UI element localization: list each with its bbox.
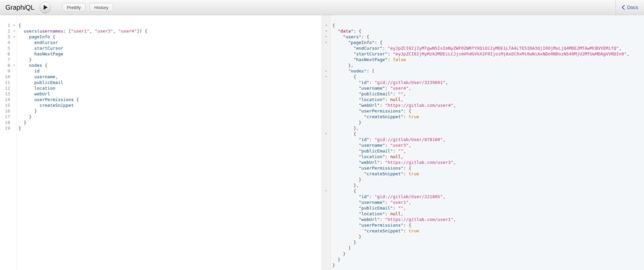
code-token: "user1": [390, 200, 409, 205]
code-token: },: [348, 63, 354, 68]
fold-gutter-cell: [322, 171, 330, 177]
code-text: webUrl: [17, 91, 50, 97]
result-line: "webUrl": "https://gitlab.com/user1",: [322, 217, 644, 222]
code-text: hasNextPage: [17, 51, 63, 57]
code-line[interactable]: 7 }: [0, 57, 322, 62]
code-token: [332, 228, 364, 233]
code-token: true: [409, 114, 419, 119]
code-token: [396, 206, 398, 211]
fold-arrow-icon[interactable]: ▾: [322, 74, 330, 80]
code-token: :: [380, 103, 382, 108]
code-token: usernames: [40, 29, 63, 34]
code-line[interactable]: 15 createSnippet: [0, 102, 322, 108]
result-line: ▾ {: [322, 188, 644, 194]
fold-gutter-cell: [322, 142, 330, 148]
prettify-button[interactable]: Prettify: [62, 3, 86, 12]
code-token: [332, 120, 359, 125]
code-text: location: [17, 85, 55, 91]
code-token: [: [68, 29, 71, 34]
code-line[interactable]: 3▾ pageInfo {: [0, 34, 322, 40]
fold-arrow-icon[interactable]: ▾: [11, 62, 17, 68]
code-token: [396, 91, 398, 96]
code-token: "https://gitlab.com/user3": [385, 160, 454, 165]
code-token: [332, 171, 364, 176]
code-token: [382, 217, 385, 222]
line-number: 16: [0, 108, 11, 114]
code-text: }: [330, 257, 340, 262]
line-number: 10: [0, 74, 11, 80]
fold-arrow-icon[interactable]: ▾: [322, 28, 330, 34]
result-line: }: [322, 257, 644, 262]
code-text: "publicEmail": "",: [330, 91, 406, 97]
code-text: }: [330, 239, 356, 245]
code-token: "id": [359, 194, 369, 199]
code-text: }: [17, 125, 21, 131]
code-token: createSnippet: [40, 103, 74, 108]
code-text: {: [330, 22, 335, 28]
code-text: }: [330, 251, 346, 257]
code-line[interactable]: 6 hasNextPage: [0, 51, 322, 57]
fold-arrow-icon[interactable]: ▾: [322, 22, 330, 28]
code-token: {: [354, 131, 356, 136]
fold-gutter-cell: [322, 125, 330, 131]
fold-gutter-cell: [322, 182, 330, 188]
result-line: },: [322, 62, 644, 68]
fold-arrow-icon[interactable]: ▾: [322, 68, 330, 74]
code-token: pageInfo: [29, 34, 50, 39]
query-code-area[interactable]: 1▾{2▾ users(usernames: ["user1", "user3"…: [0, 15, 322, 131]
docs-button[interactable]: Docs: [615, 0, 644, 15]
code-line[interactable]: 16 }: [0, 108, 322, 114]
fold-arrow-icon[interactable]: ▾: [11, 34, 17, 40]
fold-arrow-icon[interactable]: ▾: [11, 22, 17, 28]
code-line[interactable]: 11 publicEmail: [0, 80, 322, 85]
fold-arrow-icon[interactable]: ▾: [322, 188, 330, 194]
code-line[interactable]: 18 }: [0, 120, 322, 125]
code-line[interactable]: 5 startCursor: [0, 45, 322, 51]
code-line[interactable]: 19}: [0, 125, 322, 131]
fold-arrow-icon[interactable]: ▾: [322, 131, 330, 137]
line-number: 13: [0, 91, 11, 97]
code-token: [18, 91, 34, 96]
code-token: "createSnippet": [364, 114, 403, 119]
code-token: "userPermissions": [359, 108, 403, 114]
fold-gutter-cell: [322, 251, 330, 257]
code-line[interactable]: 17 }: [0, 114, 322, 120]
code-text: {: [330, 74, 356, 80]
fold-gutter-cell: [11, 45, 17, 51]
code-token: "id": [359, 137, 369, 142]
query-editor[interactable]: 1▾{2▾ users(usernames: ["user1", "user3"…: [0, 15, 322, 270]
code-line[interactable]: 4 endCursor: [0, 40, 322, 45]
code-line[interactable]: 10 username,: [0, 74, 322, 80]
result-line: }: [322, 262, 644, 268]
code-line[interactable]: 1▾{: [0, 22, 322, 28]
code-token: {: [76, 97, 79, 102]
line-number: 18: [0, 120, 11, 125]
execute-button[interactable]: [40, 2, 51, 13]
code-token: [50, 34, 53, 39]
code-text: }: [330, 177, 361, 182]
result-line: }: [322, 120, 644, 125]
code-line[interactable]: 2▾ users(usernames: ["user1", "user3", "…: [0, 28, 322, 34]
code-token: publicEmail: [34, 80, 63, 85]
code-line[interactable]: 14 userPermissions {: [0, 97, 322, 102]
result-line: "id": "gid://gitlab/User/3239601",: [322, 80, 644, 85]
history-button[interactable]: History: [90, 3, 113, 12]
code-token: null: [390, 211, 401, 216]
code-token: [332, 74, 354, 79]
line-number: 17: [0, 114, 11, 120]
code-line[interactable]: 8▾ nodes {: [0, 62, 322, 68]
code-token: "publicEmail": [359, 148, 393, 153]
fold-arrow-icon[interactable]: ▾: [322, 40, 330, 45]
code-line[interactable]: 13 webUrl: [0, 91, 322, 97]
code-text: "id": "gid://gitlab/User/3239601",: [330, 80, 448, 85]
code-line[interactable]: 9 id: [0, 68, 322, 74]
code-token: "username": [359, 86, 385, 91]
code-token: [: [372, 69, 374, 74]
fold-arrow-icon[interactable]: ▾: [322, 34, 330, 40]
code-token: [406, 114, 409, 119]
code-token: }: [332, 263, 335, 268]
code-line[interactable]: 12 location: [0, 85, 322, 91]
code-token: [18, 40, 34, 45]
fold-gutter-cell: [322, 45, 330, 51]
fold-arrow-icon[interactable]: ▾: [11, 28, 17, 34]
